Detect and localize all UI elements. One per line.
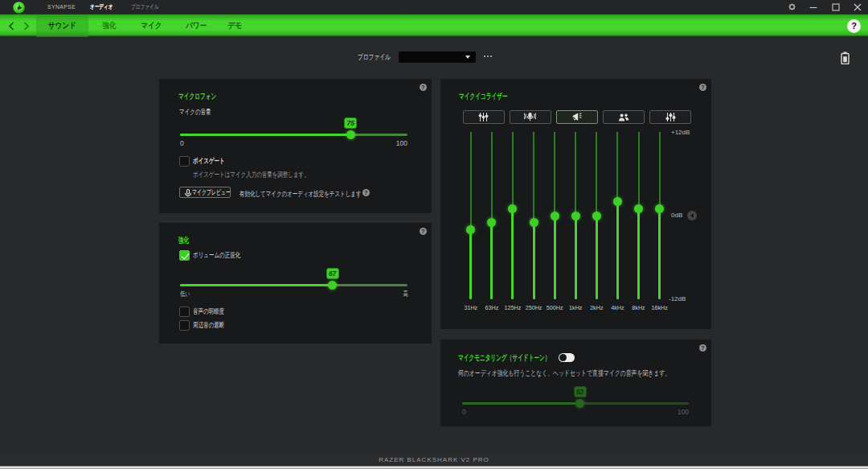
tab-demo-label: デモ <box>227 14 241 36</box>
profile-label: プロファイル <box>358 52 391 63</box>
tab-power[interactable]: パワー <box>178 14 214 37</box>
eq-band-fill <box>554 216 556 299</box>
eq-voice-icon <box>524 113 536 121</box>
eq-band-fill <box>469 229 472 299</box>
card-microphone: ? マイクロフォン マイクの音量 75 0 100 ボイスゲート ボイスゲートは… <box>159 79 432 213</box>
eq-band-fill <box>511 208 514 299</box>
menu-synapse[interactable]: SYNAPSE <box>47 0 76 14</box>
ambient-row: 周辺音の遮断 <box>179 320 236 331</box>
microphone-help-icon[interactable]: ? <box>420 84 427 91</box>
window-bottom-edge <box>0 466 868 469</box>
settings-gear-icon[interactable] <box>781 0 802 14</box>
slider-fill <box>180 134 350 136</box>
mic-volume-min-label: 0 <box>180 139 184 147</box>
eq-preset-custom[interactable] <box>649 110 691 124</box>
eq-scale-mid-label: 0dB <box>671 212 682 219</box>
eq-preset-voice[interactable] <box>510 110 551 124</box>
mic-preview-help-icon[interactable]: ? <box>362 189 370 196</box>
mic-volume-label: マイクの音量 <box>179 107 211 117</box>
eq-band-knob[interactable] <box>571 212 580 220</box>
tab-enhance-label: 強化 <box>102 14 116 36</box>
eq-band-freq-label: 2kHz <box>586 304 607 311</box>
nav-forward-icon[interactable] <box>19 14 34 37</box>
mic-preview-hint: 有効化してマイクのオーディオ設定をテストします <box>240 189 362 200</box>
eq-band-track <box>554 132 555 216</box>
monitoring-help-icon[interactable]: ? <box>699 344 706 352</box>
mic-volume-knob[interactable] <box>346 130 355 139</box>
tab-enhance[interactable]: 強化 <box>91 14 127 37</box>
eq-band-fill <box>616 202 619 299</box>
eq-band-knob[interactable] <box>613 197 622 206</box>
eq-band-fill <box>575 216 577 299</box>
tab-sound-label: サウンド <box>48 14 76 36</box>
voice-gate-checkbox[interactable] <box>179 156 190 167</box>
card-equalizer: ? マイクイコライザー 31Hz63Hz125Hz250Hz500Hz1kHz2… <box>440 79 711 329</box>
normalization-label: ボリュームの正規化 <box>193 250 240 261</box>
nav-back-icon[interactable] <box>4 14 18 37</box>
mic-preview-button[interactable]: マイクプレビュー <box>179 187 231 198</box>
eq-band-knob[interactable] <box>551 212 559 220</box>
eq-band-track <box>533 132 534 223</box>
normalization-checkbox[interactable] <box>179 250 190 261</box>
eq-band-fill <box>490 223 493 299</box>
menu-profile[interactable]: プロファイル <box>131 0 158 14</box>
more-options-icon[interactable] <box>481 51 494 62</box>
eq-band-track <box>491 132 493 223</box>
close-button[interactable] <box>847 0 868 14</box>
clarity-checkbox[interactable] <box>179 306 190 317</box>
razer-logo-icon[interactable] <box>13 2 25 14</box>
card-monitoring: ? マイクモニタリング（サイドトーン） 何のオーディオ強化も行うことなく、ヘッド… <box>440 339 711 426</box>
voice-gate-label: ボイスゲート <box>193 156 225 167</box>
microphone-card-title: マイクロフォン <box>178 91 216 102</box>
enhancement-level-knob[interactable] <box>328 281 337 290</box>
reset-arrow-icon <box>690 213 694 218</box>
eq-flat-icon <box>478 113 489 121</box>
eq-band-knob[interactable] <box>655 204 664 213</box>
eq-band-knob[interactable] <box>530 218 538 227</box>
mic-volume-max-label: 100 <box>396 139 407 147</box>
sidetone-min-label: 0 <box>462 408 466 416</box>
eq-scale-top-label: +12dB <box>671 129 690 136</box>
monitoring-description: 何のオーディオ強化も行うことなく、ヘッドセットで直接マイクの音声を聞きます。 <box>458 368 670 379</box>
titlebar: SYNAPSE オーディオ プロファイル <box>0 0 868 14</box>
enhancement-help-icon[interactable]: ? <box>420 228 427 235</box>
minimize-button[interactable] <box>803 0 824 14</box>
eq-preset-conference[interactable] <box>603 110 645 124</box>
eq-band-knob[interactable] <box>466 225 475 234</box>
eq-band-track <box>512 132 514 208</box>
eq-band-track <box>596 132 597 216</box>
eq-preset-broadcast[interactable] <box>556 110 598 124</box>
maximize-button[interactable] <box>825 0 846 14</box>
profile-dropdown[interactable] <box>399 51 476 63</box>
tab-mic[interactable]: マイク <box>133 14 169 37</box>
device-name: RAZER BLACKSHARK V2 PRO <box>379 456 489 463</box>
eq-band-fill <box>637 208 640 299</box>
ambient-checkbox[interactable] <box>179 320 190 331</box>
sidetone-knob[interactable] <box>575 399 584 408</box>
slider-fill <box>180 284 333 286</box>
monitoring-card-title: マイクモニタリング（サイドトーン） <box>458 352 550 364</box>
eq-band-knob[interactable] <box>592 212 601 220</box>
eq-band-freq-label: 31Hz <box>461 304 481 311</box>
equalizer-help-icon[interactable]: ? <box>699 84 706 91</box>
monitoring-toggle[interactable] <box>559 353 575 362</box>
mic-preview-button-label: マイクプレビュー <box>192 187 231 198</box>
card-enhancement: ? 強化 ボリュームの正規化 67 低い 高 音声の明瞭度 周辺音の遮断 <box>159 223 432 344</box>
eq-band-freq-label: 500Hz <box>544 304 565 311</box>
enhancement-level-value-bubble: 67 <box>326 268 339 279</box>
eq-band-knob[interactable] <box>487 218 496 227</box>
help-button[interactable]: ? <box>847 19 861 33</box>
tab-sound[interactable]: サウンド <box>36 14 88 37</box>
chevron-down-icon <box>465 56 470 59</box>
eq-band-knob[interactable] <box>508 204 517 213</box>
menu-audio[interactable]: オーディオ <box>90 0 113 14</box>
voice-gate-row: ボイスゲート <box>179 156 237 167</box>
tab-demo[interactable]: デモ <box>219 14 251 37</box>
battery-icon <box>841 51 850 64</box>
eq-band-track <box>659 132 661 208</box>
eq-preset-flat[interactable] <box>463 110 505 124</box>
eq-band-knob[interactable] <box>634 204 643 213</box>
clarity-row: 音声の明瞭度 <box>179 306 236 317</box>
normalization-row: ボリュームの正規化 <box>179 250 259 261</box>
eq-reset-button[interactable] <box>687 211 697 220</box>
